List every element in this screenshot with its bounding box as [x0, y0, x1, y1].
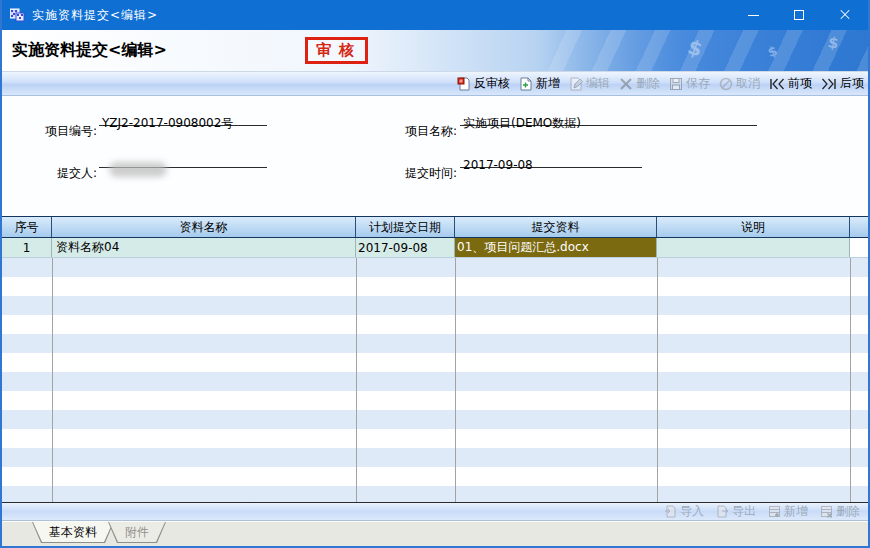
dollar-watermark: $ — [685, 34, 706, 61]
delete-row-icon — [820, 505, 833, 518]
project-no-label: 项目编号: — [2, 123, 97, 140]
grid-line — [52, 258, 53, 502]
unapprove-button[interactable]: 反审核 — [457, 75, 510, 92]
delete-button[interactable]: 删除 — [619, 75, 660, 92]
grid-line — [657, 258, 658, 502]
submitter-redacted-value — [109, 162, 167, 177]
maximize-icon — [794, 10, 804, 20]
materials-table: 序号 资料名称 计划提交日期 提交资料 说明 1 资料名称04 2017-09-… — [2, 216, 868, 503]
grid-line — [455, 258, 456, 502]
approved-stamp: 审核 — [305, 37, 368, 64]
titlebar: 实施资料提交<编辑> — [2, 0, 868, 30]
add-new-button[interactable]: 新增 — [519, 75, 560, 92]
project-no-field[interactable]: YZJ2-2017-0908002号 — [99, 108, 267, 126]
cell-name[interactable]: 资料名称04 — [52, 238, 356, 257]
tab-basic-info[interactable]: 基本资料 — [32, 522, 114, 543]
next-item-button[interactable]: 后项 — [821, 75, 864, 92]
bottom-tabstrip: 基本资料 附件 — [2, 521, 868, 546]
add-new-icon — [519, 77, 533, 91]
export-button[interactable]: 导出 — [716, 503, 756, 520]
minimize-icon — [748, 15, 759, 16]
delete-row-button[interactable]: 删除 — [820, 503, 860, 520]
import-button[interactable]: 导入 — [664, 503, 704, 520]
submit-time-field[interactable]: 2017-09-08 — [460, 150, 642, 168]
dollar-watermark: $ — [827, 33, 840, 53]
cell-note[interactable] — [657, 238, 850, 257]
add-row-button[interactable]: 新增 — [768, 503, 808, 520]
prev-item-icon — [769, 78, 785, 90]
close-button[interactable] — [822, 0, 868, 30]
dollar-watermark: $ — [766, 43, 780, 60]
previous-item-button[interactable]: 前项 — [769, 75, 812, 92]
submit-time-label: 提交时间: — [362, 165, 457, 182]
submitter-field[interactable] — [99, 150, 267, 168]
export-icon — [716, 505, 729, 518]
header-decoration: $ $ $ — [538, 30, 868, 71]
cancel-button[interactable]: 取消 — [719, 75, 760, 92]
table-toolbar: 导入 导出 新增 删除 — [2, 503, 868, 521]
import-icon — [664, 505, 677, 518]
column-header-note[interactable]: 说明 — [657, 217, 850, 237]
edit-button[interactable]: 编辑 — [569, 75, 610, 92]
submitter-label: 提交人: — [2, 165, 97, 182]
cell-seq[interactable]: 1 — [2, 238, 52, 257]
column-header-name[interactable]: 资料名称 — [52, 217, 356, 237]
grid-line — [356, 258, 357, 502]
column-header-submit-doc[interactable]: 提交资料 — [455, 217, 657, 237]
save-icon — [669, 77, 683, 91]
app-icon — [10, 8, 25, 22]
window-title: 实施资料提交<编辑> — [32, 7, 158, 24]
column-header-plan-date[interactable]: 计划提交日期 — [356, 217, 455, 237]
next-item-icon — [821, 78, 837, 90]
maximize-button[interactable] — [776, 0, 822, 30]
minimize-button[interactable] — [730, 0, 776, 30]
save-button[interactable]: 保存 — [669, 75, 710, 92]
column-header-seq[interactable]: 序号 — [2, 217, 52, 237]
window-controls — [730, 0, 868, 30]
table-empty-area — [2, 258, 868, 503]
delete-icon — [619, 77, 633, 91]
table-row[interactable]: 1 资料名称04 2017-09-08 01、项目问题汇总.docx — [2, 238, 868, 258]
cell-plan-date[interactable]: 2017-09-08 — [356, 238, 455, 257]
main-toolbar: 反审核 新增 编辑 删除 — [2, 72, 868, 96]
detail-form: 项目编号: YZJ2-2017-0908002号 项目名称: 实施项目(DEMO… — [2, 96, 868, 216]
tab-attachments[interactable]: 附件 — [108, 522, 166, 543]
table-header-row: 序号 资料名称 计划提交日期 提交资料 说明 — [2, 217, 868, 238]
cell-submit-doc-selected[interactable]: 01、项目问题汇总.docx — [455, 238, 657, 257]
close-icon — [839, 9, 851, 21]
column-header-filler — [850, 217, 868, 237]
cell-filler — [850, 238, 868, 257]
unapprove-icon — [457, 77, 471, 91]
app-window: 实施资料提交<编辑> 实施资料提交<编辑> 审核 $ $ $ 反审核 — [0, 0, 870, 548]
add-row-icon — [768, 505, 781, 518]
project-name-label: 项目名称: — [362, 123, 457, 140]
page-header: 实施资料提交<编辑> 审核 $ $ $ — [2, 30, 868, 72]
cancel-icon — [719, 77, 733, 91]
project-name-field[interactable]: 实施项目(DEMO数据) — [460, 108, 757, 126]
page-title: 实施资料提交<编辑> — [12, 40, 167, 61]
grid-line — [850, 258, 851, 502]
edit-icon — [569, 77, 583, 91]
